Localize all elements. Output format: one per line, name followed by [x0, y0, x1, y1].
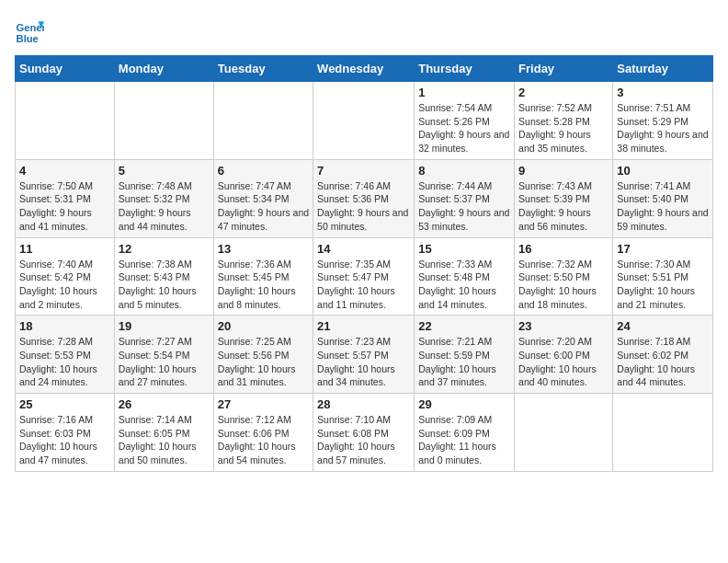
week-row-4: 18Sunrise: 7:28 AM Sunset: 5:53 PM Dayli…	[16, 316, 713, 394]
day-info: Sunrise: 7:12 AM Sunset: 6:06 PM Dayligh…	[218, 413, 309, 467]
day-info: Sunrise: 7:51 AM Sunset: 5:29 PM Dayligh…	[617, 101, 709, 155]
day-info: Sunrise: 7:54 AM Sunset: 5:26 PM Dayligh…	[418, 101, 510, 155]
calendar-cell: 4Sunrise: 7:50 AM Sunset: 5:31 PM Daylig…	[16, 159, 115, 237]
day-info: Sunrise: 7:41 AM Sunset: 5:40 PM Dayligh…	[617, 179, 709, 234]
calendar-cell: 7Sunrise: 7:46 AM Sunset: 5:36 PM Daylig…	[313, 159, 415, 237]
dow-header-monday: Monday	[114, 56, 213, 82]
calendar-cell	[515, 394, 613, 472]
day-info: Sunrise: 7:14 AM Sunset: 6:05 PM Dayligh…	[119, 413, 210, 467]
calendar-cell	[213, 82, 313, 160]
day-info: Sunrise: 7:38 AM Sunset: 5:43 PM Dayligh…	[119, 258, 210, 312]
calendar-cell: 29Sunrise: 7:09 AM Sunset: 6:09 PM Dayli…	[415, 394, 515, 472]
day-info: Sunrise: 7:09 AM Sunset: 6:09 PM Dayligh…	[418, 413, 510, 467]
day-number: 21	[317, 319, 410, 333]
day-info: Sunrise: 7:27 AM Sunset: 5:54 PM Dayligh…	[119, 335, 210, 389]
day-info: Sunrise: 7:48 AM Sunset: 5:32 PM Dayligh…	[119, 179, 210, 234]
calendar-cell: 28Sunrise: 7:10 AM Sunset: 6:08 PM Dayli…	[313, 394, 415, 472]
day-number: 10	[617, 164, 709, 178]
logo-icon: General Blue	[15, 18, 44, 48]
calendar-cell: 13Sunrise: 7:36 AM Sunset: 5:45 PM Dayli…	[213, 237, 313, 316]
calendar-cell: 14Sunrise: 7:35 AM Sunset: 5:47 PM Dayli…	[313, 237, 415, 316]
calendar-cell: 8Sunrise: 7:44 AM Sunset: 5:37 PM Daylig…	[415, 159, 515, 237]
calendar-body: 1Sunrise: 7:54 AM Sunset: 5:26 PM Daylig…	[16, 82, 713, 472]
day-number: 2	[518, 86, 609, 99]
calendar-cell: 26Sunrise: 7:14 AM Sunset: 6:05 PM Dayli…	[114, 394, 213, 472]
calendar-cell: 16Sunrise: 7:32 AM Sunset: 5:50 PM Dayli…	[515, 237, 613, 316]
day-info: Sunrise: 7:10 AM Sunset: 6:08 PM Dayligh…	[317, 413, 410, 467]
day-info: Sunrise: 7:36 AM Sunset: 5:45 PM Dayligh…	[218, 258, 309, 312]
day-number: 11	[19, 242, 110, 256]
day-info: Sunrise: 7:35 AM Sunset: 5:47 PM Dayligh…	[317, 258, 410, 312]
day-info: Sunrise: 7:46 AM Sunset: 5:36 PM Dayligh…	[317, 179, 410, 234]
day-number: 29	[418, 397, 510, 411]
day-number: 4	[19, 164, 110, 178]
day-info: Sunrise: 7:20 AM Sunset: 6:00 PM Dayligh…	[518, 335, 609, 389]
day-number: 14	[317, 242, 410, 256]
calendar-cell: 21Sunrise: 7:23 AM Sunset: 5:57 PM Dayli…	[313, 316, 415, 394]
svg-text:Blue: Blue	[17, 33, 39, 44]
day-number: 19	[119, 319, 210, 333]
day-number: 25	[19, 397, 110, 411]
day-number: 26	[119, 397, 210, 411]
day-number: 16	[518, 242, 609, 256]
day-number: 28	[317, 397, 410, 411]
calendar-cell: 23Sunrise: 7:20 AM Sunset: 6:00 PM Dayli…	[515, 316, 613, 394]
day-number: 23	[518, 319, 609, 333]
calendar-cell: 5Sunrise: 7:48 AM Sunset: 5:32 PM Daylig…	[114, 159, 213, 237]
calendar-cell: 11Sunrise: 7:40 AM Sunset: 5:42 PM Dayli…	[16, 237, 115, 316]
week-row-2: 4Sunrise: 7:50 AM Sunset: 5:31 PM Daylig…	[16, 159, 713, 237]
day-info: Sunrise: 7:23 AM Sunset: 5:57 PM Dayligh…	[317, 335, 410, 389]
day-number: 5	[119, 164, 210, 178]
day-info: Sunrise: 7:43 AM Sunset: 5:39 PM Dayligh…	[518, 179, 609, 234]
calendar-cell	[613, 394, 713, 472]
dow-header-thursday: Thursday	[415, 56, 515, 82]
day-number: 20	[218, 319, 309, 333]
logo: General Blue	[15, 18, 48, 48]
calendar-table: SundayMondayTuesdayWednesdayThursdayFrid…	[15, 55, 713, 472]
day-number: 3	[617, 86, 709, 99]
day-number: 9	[518, 164, 609, 178]
day-info: Sunrise: 7:21 AM Sunset: 5:59 PM Dayligh…	[418, 335, 510, 389]
calendar-cell: 25Sunrise: 7:16 AM Sunset: 6:03 PM Dayli…	[16, 394, 115, 472]
day-number: 18	[19, 319, 110, 333]
calendar-cell: 9Sunrise: 7:43 AM Sunset: 5:39 PM Daylig…	[515, 159, 613, 237]
day-info: Sunrise: 7:25 AM Sunset: 5:56 PM Dayligh…	[218, 335, 309, 389]
calendar-cell: 2Sunrise: 7:52 AM Sunset: 5:28 PM Daylig…	[515, 82, 613, 160]
calendar-cell	[114, 82, 213, 160]
week-row-1: 1Sunrise: 7:54 AM Sunset: 5:26 PM Daylig…	[16, 82, 713, 160]
calendar-cell: 24Sunrise: 7:18 AM Sunset: 6:02 PM Dayli…	[613, 316, 713, 394]
day-number: 7	[317, 164, 410, 178]
day-number: 6	[218, 164, 309, 178]
calendar-cell: 3Sunrise: 7:51 AM Sunset: 5:29 PM Daylig…	[613, 82, 713, 160]
page-header: General Blue	[15, 15, 713, 48]
calendar-cell: 17Sunrise: 7:30 AM Sunset: 5:51 PM Dayli…	[613, 237, 713, 316]
day-info: Sunrise: 7:40 AM Sunset: 5:42 PM Dayligh…	[19, 258, 110, 312]
day-info: Sunrise: 7:30 AM Sunset: 5:51 PM Dayligh…	[617, 258, 709, 312]
day-info: Sunrise: 7:44 AM Sunset: 5:37 PM Dayligh…	[418, 179, 510, 234]
calendar-cell: 15Sunrise: 7:33 AM Sunset: 5:48 PM Dayli…	[415, 237, 515, 316]
calendar-cell: 27Sunrise: 7:12 AM Sunset: 6:06 PM Dayli…	[213, 394, 313, 472]
dow-header-tuesday: Tuesday	[213, 56, 313, 82]
day-info: Sunrise: 7:18 AM Sunset: 6:02 PM Dayligh…	[617, 335, 709, 389]
day-number: 13	[218, 242, 309, 256]
day-info: Sunrise: 7:50 AM Sunset: 5:31 PM Dayligh…	[19, 179, 110, 234]
day-number: 12	[119, 242, 210, 256]
dow-header-saturday: Saturday	[613, 56, 713, 82]
calendar-cell: 18Sunrise: 7:28 AM Sunset: 5:53 PM Dayli…	[16, 316, 115, 394]
day-number: 8	[418, 164, 510, 178]
day-info: Sunrise: 7:16 AM Sunset: 6:03 PM Dayligh…	[19, 413, 110, 467]
day-number: 17	[617, 242, 709, 256]
dow-header-friday: Friday	[515, 56, 613, 82]
day-info: Sunrise: 7:33 AM Sunset: 5:48 PM Dayligh…	[418, 258, 510, 312]
day-info: Sunrise: 7:32 AM Sunset: 5:50 PM Dayligh…	[518, 258, 609, 312]
calendar-cell: 12Sunrise: 7:38 AM Sunset: 5:43 PM Dayli…	[114, 237, 213, 316]
calendar-cell: 20Sunrise: 7:25 AM Sunset: 5:56 PM Dayli…	[213, 316, 313, 394]
calendar-cell: 22Sunrise: 7:21 AM Sunset: 5:59 PM Dayli…	[415, 316, 515, 394]
day-number: 27	[218, 397, 309, 411]
dow-header-wednesday: Wednesday	[313, 56, 415, 82]
calendar-cell: 19Sunrise: 7:27 AM Sunset: 5:54 PM Dayli…	[114, 316, 213, 394]
days-of-week-row: SundayMondayTuesdayWednesdayThursdayFrid…	[16, 56, 713, 82]
week-row-3: 11Sunrise: 7:40 AM Sunset: 5:42 PM Dayli…	[16, 237, 713, 316]
day-info: Sunrise: 7:28 AM Sunset: 5:53 PM Dayligh…	[19, 335, 110, 389]
calendar-cell: 10Sunrise: 7:41 AM Sunset: 5:40 PM Dayli…	[613, 159, 713, 237]
